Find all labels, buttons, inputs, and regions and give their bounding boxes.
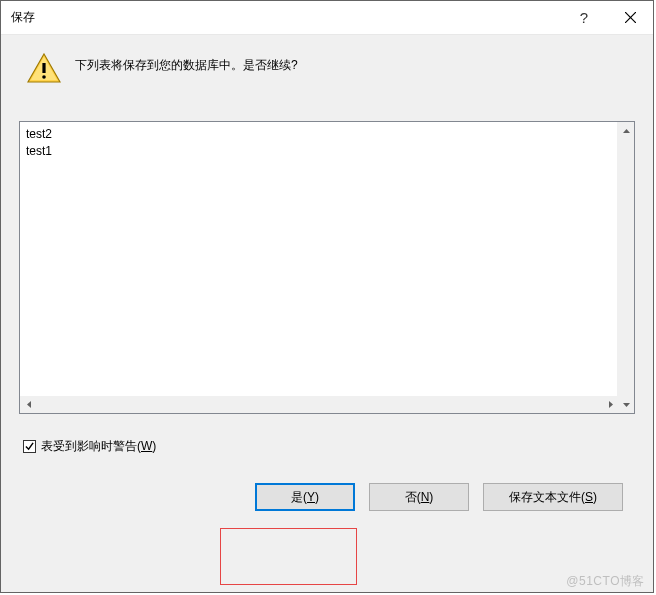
warn-checkbox-label: 表受到影响时警告(W) xyxy=(41,438,156,455)
list-item: test1 xyxy=(26,143,611,160)
tables-list-content: test2 test1 xyxy=(20,122,617,413)
save-dialog: 保存 ? 下列表将保存到您的数据库中。是否继续? test2 test1 xyxy=(0,0,654,593)
warn-checkbox[interactable] xyxy=(23,440,36,453)
warn-checkbox-row[interactable]: 表受到影响时警告(W) xyxy=(23,438,635,455)
svg-marker-8 xyxy=(27,401,31,408)
no-button[interactable]: 否(N) xyxy=(369,483,469,511)
help-button[interactable]: ? xyxy=(561,1,607,35)
scroll-up-icon xyxy=(618,122,635,139)
yes-button[interactable]: 是(Y) xyxy=(255,483,355,511)
svg-marker-7 xyxy=(623,403,630,407)
scroll-right-icon xyxy=(602,396,619,413)
close-button[interactable] xyxy=(607,1,653,35)
scroll-left-icon xyxy=(20,396,37,413)
scroll-down-icon xyxy=(618,396,635,413)
close-icon xyxy=(625,12,636,23)
message-text: 下列表将保存到您的数据库中。是否继续? xyxy=(75,53,298,74)
warning-icon xyxy=(27,53,61,83)
tables-list: test2 test1 xyxy=(19,121,635,414)
list-item: test2 xyxy=(26,126,611,143)
dialog-buttons: 是(Y) 否(N) 保存文本文件(S) xyxy=(19,455,635,511)
highlight-annotation xyxy=(220,528,357,585)
vertical-scrollbar[interactable] xyxy=(617,122,634,413)
dialog-title: 保存 xyxy=(11,9,561,26)
titlebar: 保存 ? xyxy=(1,1,653,35)
watermark: @51CTO博客 xyxy=(566,573,645,590)
save-text-file-button[interactable]: 保存文本文件(S) xyxy=(483,483,623,511)
dialog-body: 下列表将保存到您的数据库中。是否继续? test2 test1 xyxy=(1,35,653,511)
svg-point-5 xyxy=(42,75,46,79)
svg-marker-6 xyxy=(623,129,630,133)
horizontal-scrollbar[interactable] xyxy=(20,396,619,413)
message-row: 下列表将保存到您的数据库中。是否继续? xyxy=(19,53,635,83)
svg-rect-4 xyxy=(42,63,45,73)
svg-marker-9 xyxy=(609,401,613,408)
check-icon xyxy=(25,442,34,451)
